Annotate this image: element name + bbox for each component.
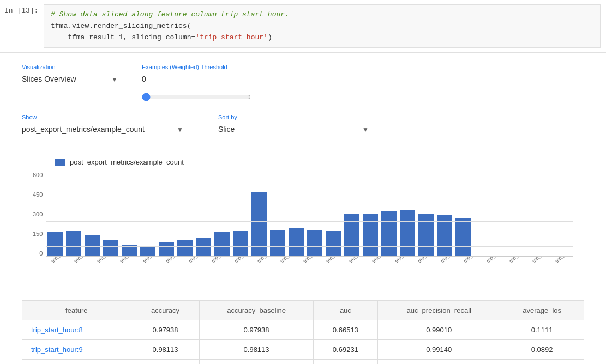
bar-13 (289, 228, 304, 256)
table-row: trip_start_hour:100.951970.951970.773770… (22, 360, 584, 364)
table-header-row: feature accuracy accuracy_baseline auc a… (22, 301, 584, 320)
bar-16 (344, 214, 359, 256)
code-line-3: tfma_result_1, slicing_column='trip_star… (51, 32, 593, 44)
table-cell-1-3: 0.69231 (313, 340, 377, 360)
table-body: trip_start_hour:80.979380.979380.665130.… (22, 320, 584, 364)
visualization-control: Visualization Slices Overview Metrics Hi… (22, 64, 120, 86)
bar-3 (103, 240, 118, 256)
chart-area: post_export_metrics/example_count 600 45… (22, 153, 584, 289)
bar-2 (85, 235, 100, 256)
bar-0 (47, 232, 63, 256)
col-auc-precision-recall: auc_precision_recall (378, 301, 500, 320)
slider-wrapper (142, 93, 278, 103)
controls-row-2: Show post_export_metrics/example_count a… (22, 114, 584, 136)
bars-row (46, 172, 573, 257)
table-cell-0-5: 0.1111 (500, 320, 584, 340)
table-cell-1-2: 0.98113 (200, 340, 313, 360)
bar-17 (363, 214, 378, 256)
bar-15 (326, 231, 341, 256)
bar-7 (177, 240, 193, 256)
col-feature: feature (22, 301, 131, 320)
col-average-loss: average_los (500, 301, 584, 320)
chart-legend: post_export_metrics/example_count (55, 158, 573, 166)
bar-22 (455, 218, 471, 256)
sort-by-dropdown-wrapper[interactable]: Slice accuracy auc ▼ (218, 123, 371, 136)
col-accuracy-baseline: accuracy_baseline (200, 301, 313, 320)
bar-8 (196, 238, 211, 256)
table-cell-2-5: 0.1541 (500, 360, 584, 364)
bar-18 (381, 211, 397, 256)
visualization-label: Visualization (22, 64, 120, 70)
table-cell-1-1: 0.98113 (131, 340, 200, 360)
code-line-2: tfma.view.render_slicing_metrics( (51, 21, 593, 32)
show-dropdown-wrapper[interactable]: post_export_metrics/example_count accura… (22, 123, 185, 136)
code-line-1: # Show data sliced along feature column … (51, 9, 593, 21)
show-control: Show post_export_metrics/example_count a… (22, 114, 185, 136)
col-auc: auc (313, 301, 377, 320)
show-label: Show (22, 114, 185, 120)
bar-21 (437, 215, 452, 256)
table-cell-0-4: 0.99010 (378, 320, 500, 340)
bar-9 (214, 232, 230, 256)
col-accuracy: accuracy (131, 301, 200, 320)
show-select[interactable]: post_export_metrics/example_count accura… (22, 123, 185, 136)
table-cell-1-0: trip_start_hour:9 (22, 340, 131, 360)
code-comment: # Show data sliced along feature column … (51, 10, 289, 19)
code-func-2: tfma_result_1, slicing_column= (51, 33, 195, 41)
table-row: trip_start_hour:80.979380.979380.665130.… (22, 320, 584, 340)
code-func: tfma.view.render_slicing_metrics( (51, 22, 191, 30)
bar-5 (140, 246, 155, 256)
table-cell-1-4: 0.99140 (378, 340, 500, 360)
chart-with-yaxis: 600 450 300 150 0 (33, 172, 573, 284)
threshold-slider[interactable] (142, 93, 251, 101)
table-cell-0-0: trip_start_hour:8 (22, 320, 131, 340)
code-string: 'trip_start_hour' (195, 33, 268, 41)
table-row: trip_start_hour:90.981130.981130.692310.… (22, 340, 584, 360)
y-axis: 600 450 300 150 0 (33, 172, 43, 270)
cell-label: In [13]: (0, 4, 44, 15)
y-label-0: 0 (33, 250, 43, 257)
table-cell-2-1: 0.95197 (131, 360, 200, 364)
bar-6 (159, 242, 174, 256)
x-labels-row: trip_s...trip_s...trip_s...trip_s...trip… (46, 257, 573, 284)
sort-by-control: Sort by Slice accuracy auc ▼ (218, 114, 371, 136)
table-header: feature accuracy accuracy_baseline auc a… (22, 301, 584, 320)
table-cell-0-1: 0.97938 (131, 320, 200, 340)
code-block: # Show data sliced along feature column … (44, 4, 601, 48)
y-label-600: 600 (33, 172, 43, 178)
bar-12 (270, 230, 285, 256)
visualization-dropdown-wrapper[interactable]: Slices Overview Metrics Histogram Single… (22, 72, 120, 86)
y-label-450: 450 (33, 191, 43, 198)
legend-color-box (55, 159, 65, 166)
widget-area: Visualization Slices Overview Metrics Hi… (0, 53, 606, 364)
table-cell-2-4: 0.98236 (378, 360, 500, 364)
table-cell-0-2: 0.97938 (200, 320, 313, 340)
table-cell-2-3: 0.77377 (313, 360, 377, 364)
y-label-150: 150 (33, 230, 43, 237)
table-cell-2-2: 0.95197 (200, 360, 313, 364)
bar-19 (400, 210, 415, 256)
table-cell-0-3: 0.66513 (313, 320, 377, 340)
table-cell-1-5: 0.0892 (500, 340, 584, 360)
bar-10 (233, 231, 248, 256)
data-table-wrapper: feature accuracy accuracy_baseline auc a… (22, 300, 584, 364)
sort-by-select[interactable]: Slice accuracy auc (218, 123, 371, 136)
controls-row-1: Visualization Slices Overview Metrics Hi… (22, 64, 584, 103)
bar-1 (66, 231, 81, 256)
threshold-control: Examples (Weighted) Threshold (142, 64, 278, 103)
bar-11 (251, 192, 267, 256)
chart-bars-container: trip_s...trip_s...trip_s...trip_s...trip… (46, 172, 573, 284)
threshold-input[interactable] (142, 72, 278, 86)
bar-20 (418, 214, 434, 256)
bar-14 (307, 230, 322, 256)
sort-by-label: Sort by (218, 114, 371, 120)
bar-4 (122, 245, 137, 256)
visualization-select[interactable]: Slices Overview Metrics Histogram Single… (22, 72, 120, 86)
data-table: feature accuracy accuracy_baseline auc a… (22, 300, 584, 364)
legend-label: post_export_metrics/example_count (70, 158, 184, 166)
threshold-label: Examples (Weighted) Threshold (142, 64, 278, 70)
table-cell-2-0: trip_start_hour:10 (22, 360, 131, 364)
code-cell: In [13]: # Show data sliced along featur… (0, 0, 606, 53)
y-label-300: 300 (33, 211, 43, 217)
